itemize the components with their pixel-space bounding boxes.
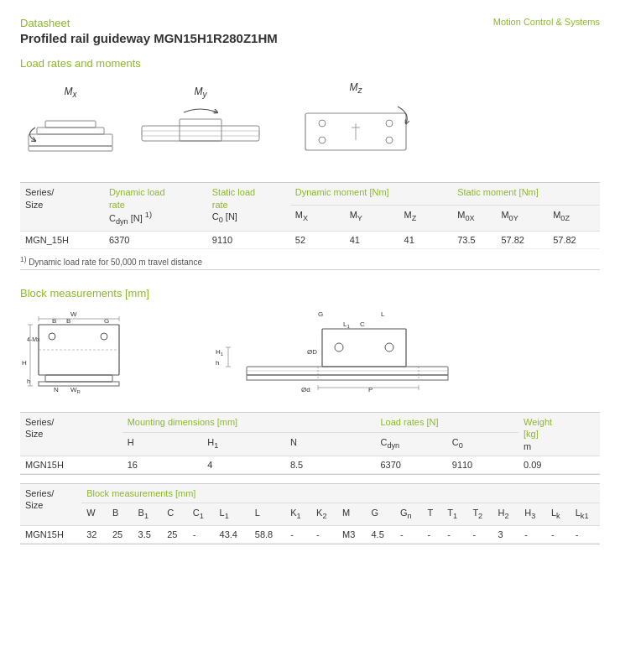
mx-svg <box>20 102 121 161</box>
svg-text:P: P <box>368 386 373 393</box>
td-M: M3 <box>337 526 367 544</box>
svg-text:WR: WR <box>70 386 81 394</box>
td-C: 25 <box>162 526 188 544</box>
load-rates-table: Series/Size Dynamic loadrate Cdyn [N] 1)… <box>20 183 600 248</box>
th-load-rates: Load rates [N] <box>375 413 518 432</box>
svg-rect-0 <box>29 134 112 146</box>
svg-point-45 <box>335 343 343 352</box>
th-static-moment: Static moment [Nm] <box>452 183 600 205</box>
td-m0x: 73.5 <box>452 231 496 248</box>
th-H3: H3 <box>519 503 546 526</box>
my-svg <box>138 102 263 161</box>
td-series: MGN15H <box>20 526 81 544</box>
svg-rect-4 <box>142 126 259 141</box>
td-N: 8.5 <box>285 456 376 473</box>
td-mx: 52 <box>290 231 345 248</box>
block-table: Series/Size Block measurements [mm] W B … <box>20 484 600 544</box>
td-Gn: - <box>395 526 422 544</box>
td-T: - <box>423 526 443 544</box>
th-series: Series/Size <box>20 183 104 231</box>
table-row: MGN15H 32 25 3.5 25 - 43.4 58.8 - - M3 4… <box>20 526 600 544</box>
td-Cdyn: 6370 <box>375 456 446 473</box>
th-K1: K1 <box>285 503 311 526</box>
svg-point-46 <box>385 343 393 352</box>
svg-text:G: G <box>318 310 323 318</box>
td-m0y: 57.82 <box>496 231 548 248</box>
th-m0z: M0Z <box>548 205 600 231</box>
footnote-1: 1) Dynamic load rate for 50,000 m travel… <box>20 253 600 269</box>
th-m0y: M0Y <box>496 205 548 231</box>
th-K2: K2 <box>311 503 337 526</box>
th-block-dims: Block measurements [mm] <box>81 484 600 503</box>
th-C0: C0 <box>447 433 518 456</box>
th-T2: T2 <box>467 503 492 526</box>
td-G: 4.5 <box>367 526 396 544</box>
th-dynamic-load: Dynamic loadrate Cdyn [N] 1) <box>104 183 207 231</box>
th-T: T <box>423 503 443 526</box>
svg-rect-3 <box>29 146 112 151</box>
th-N: N <box>285 433 376 456</box>
mz-svg <box>280 98 431 165</box>
th-Lk: Lk <box>546 503 571 526</box>
th-W: W <box>81 503 107 526</box>
th-mz: MZ <box>399 205 453 231</box>
my-diagram: My <box>138 86 263 161</box>
svg-rect-6 <box>180 119 221 141</box>
svg-rect-5 <box>142 131 259 136</box>
td-Lk1: - <box>571 526 600 544</box>
td-L: 58.8 <box>250 526 285 544</box>
svg-text:L: L <box>381 310 385 318</box>
th-mx: MX <box>290 205 345 231</box>
th-Lk1: Lk1 <box>571 503 600 526</box>
mounting-table-wrapper: Series/Size Mounting dimensions [mm] Loa… <box>20 412 600 475</box>
svg-rect-28 <box>39 382 119 386</box>
mounting-table: Series/Size Mounting dimensions [mm] Loa… <box>20 413 600 474</box>
th-my: MY <box>345 205 399 231</box>
svg-text:C: C <box>360 320 365 328</box>
td-c0: 9110 <box>207 231 290 248</box>
td-H: 16 <box>122 456 203 473</box>
th-Cdyn: Cdyn <box>375 433 446 456</box>
svg-text:h: h <box>216 359 219 367</box>
td-K2: - <box>311 526 337 544</box>
svg-text:H1: H1 <box>216 348 224 357</box>
td-weight: 0.09 <box>518 456 600 473</box>
svg-text:N: N <box>54 386 59 393</box>
th-series-block: Series/Size <box>20 484 81 526</box>
td-H2: 3 <box>493 526 520 544</box>
th-dynamic-moment: Dynamic moment [Nm] <box>290 183 452 205</box>
load-rates-table-wrapper: Series/Size Dynamic loadrate Cdyn [N] 1)… <box>20 182 600 270</box>
block-front-svg: W B B 4-Mx H h N WR G <box>20 308 188 400</box>
th-L: L <box>250 503 285 526</box>
svg-text:L1: L1 <box>343 320 350 329</box>
block-diagrams: W B B 4-Mx H h N WR G G L L1 C ØD <box>20 308 600 400</box>
td-series: MGN_15H <box>20 231 104 248</box>
th-B: B <box>107 503 133 526</box>
th-C1: C1 <box>188 503 215 526</box>
table-row: MGN_15H 6370 9110 52 41 41 73.5 57.82 57… <box>20 231 600 248</box>
mz-diagram: Mz <box>280 81 431 165</box>
th-G: G <box>367 503 396 526</box>
product-title: Profiled rail guideway MGN15H1R280Z1HM <box>20 31 278 45</box>
svg-rect-27 <box>45 375 112 382</box>
page-header: Datasheet Profiled rail guideway MGN15H1… <box>20 17 600 45</box>
svg-text:W: W <box>70 310 77 318</box>
section2-title: Block measurements [mm] <box>20 287 600 300</box>
svg-point-24 <box>49 333 55 340</box>
mz-label: Mz <box>350 81 362 95</box>
td-series: MGN15H <box>20 456 122 473</box>
svg-text:H: H <box>22 359 27 367</box>
td-T1: - <box>442 526 467 544</box>
td-K1: - <box>285 526 311 544</box>
th-m0x: M0X <box>452 205 496 231</box>
td-m0z: 57.82 <box>548 231 600 248</box>
th-B1: B1 <box>133 503 163 526</box>
block-side-svg: G L L1 C ØD H1 h Ød P <box>213 308 473 400</box>
mx-label: Mx <box>65 86 77 99</box>
th-T1: T1 <box>442 503 467 526</box>
brand-label: Motion Control & Systems <box>493 17 600 27</box>
td-Lk: - <box>546 526 571 544</box>
table-row: MGN15H 16 4 8.5 6370 9110 0.09 <box>20 456 600 473</box>
svg-point-25 <box>101 333 107 340</box>
diagrams-row: Mx My <box>20 76 600 170</box>
